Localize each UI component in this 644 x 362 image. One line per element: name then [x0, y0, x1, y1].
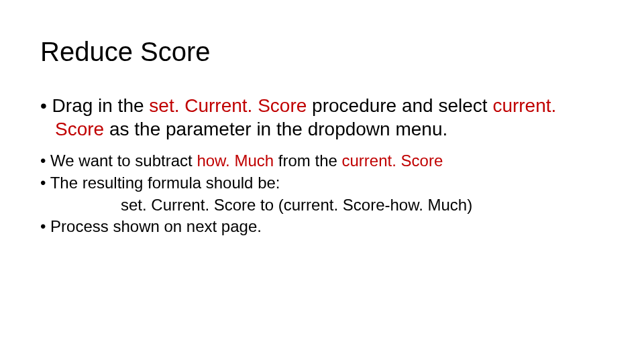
- bullet-4: • Process shown on next page.: [40, 216, 604, 237]
- slide-title: Reduce Score: [40, 37, 210, 67]
- bullet-3: • The resulting formula should be:: [40, 172, 604, 193]
- slide: Reduce Score • Drag in the set. Current.…: [0, 0, 644, 362]
- bullet-2-text-mid: from the: [274, 152, 341, 170]
- bullet-2: • We want to subtract how. Much from the…: [40, 150, 604, 171]
- bullet-1-text-mid: procedure and select: [307, 95, 492, 116]
- slide-body: • Drag in the set. Current. Score proced…: [40, 94, 604, 238]
- bullet-1-text-pre: • Drag in the: [40, 95, 149, 116]
- bullet-3-formula: set. Current. Score to (current. Score-h…: [121, 194, 604, 215]
- bullet-2-currentscore: current. Score: [342, 152, 443, 170]
- bullet-1-text-post: as the parameter in the dropdown menu.: [104, 119, 447, 139]
- bullet-2-howmuch: how. Much: [197, 152, 274, 170]
- bullet-1-proc: set. Current. Score: [149, 95, 307, 116]
- bullet-1: • Drag in the set. Current. Score proced…: [40, 94, 604, 141]
- bullet-2-text-pre: • We want to subtract: [40, 152, 197, 170]
